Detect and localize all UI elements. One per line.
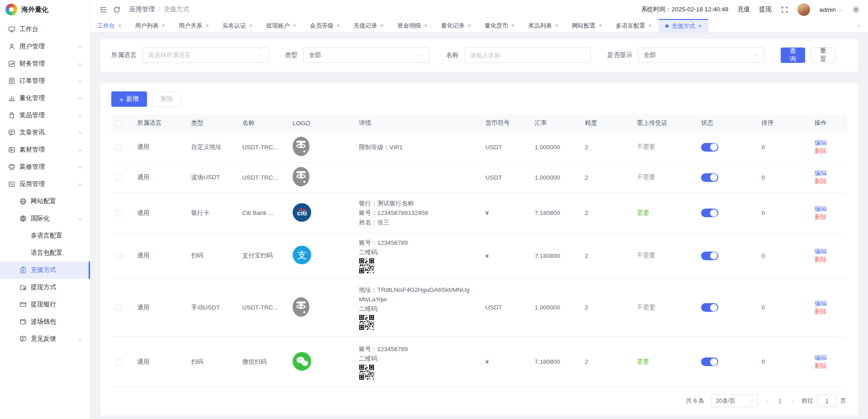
- type-select[interactable]: 全部: [303, 48, 430, 63]
- sidebar-item-finance[interactable]: 财务管理: [0, 55, 90, 72]
- delete-link[interactable]: 删除: [815, 148, 827, 154]
- status-toggle[interactable]: [701, 357, 718, 366]
- delete-link[interactable]: 删除: [815, 362, 827, 369]
- tab-close-icon[interactable]: ×: [205, 23, 209, 29]
- status-toggle[interactable]: [701, 143, 718, 152]
- row-checkbox[interactable]: [116, 305, 122, 311]
- sidebar-item-bank[interactable]: 提现银行: [0, 296, 90, 313]
- sidebar-item-article[interactable]: 文章资讯: [0, 124, 90, 141]
- sidebar-item-item-13[interactable]: 语言包配置: [0, 244, 90, 262]
- next-page-button[interactable]: ›: [791, 397, 795, 405]
- status-toggle[interactable]: [701, 252, 718, 260]
- status-toggle[interactable]: [701, 303, 718, 312]
- edit-link[interactable]: 编辑: [815, 139, 827, 146]
- sidebar-item-user[interactable]: 用户管理: [0, 38, 90, 55]
- tab-list-dropdown[interactable]: [850, 19, 868, 32]
- recharge-link[interactable]: 充值: [737, 5, 750, 14]
- tab-close-icon[interactable]: ×: [337, 23, 340, 29]
- tab-close-icon[interactable]: ×: [249, 23, 253, 29]
- refresh-icon[interactable]: [113, 6, 121, 14]
- goto-page-input[interactable]: [817, 395, 837, 407]
- tab-close-icon[interactable]: ×: [599, 23, 602, 29]
- fullscreen-icon[interactable]: [781, 6, 788, 14]
- sidebar-item-quant[interactable]: 量化管理: [0, 90, 90, 107]
- visible-select[interactable]: 全部: [638, 48, 764, 63]
- page-number[interactable]: 1: [776, 398, 784, 405]
- tab-close-icon[interactable]: ×: [468, 23, 471, 29]
- tab-close-icon[interactable]: ×: [648, 23, 652, 29]
- page-size-select[interactable]: 20条/页: [711, 395, 758, 407]
- sidebar-item-order[interactable]: 订单管理: [0, 72, 90, 90]
- row-checkbox[interactable]: [116, 144, 122, 151]
- gear-icon[interactable]: [852, 6, 860, 14]
- reset-button[interactable]: 重置: [811, 48, 835, 63]
- tab-多语言配置[interactable]: 多语言配置×: [609, 19, 659, 32]
- row-checkbox[interactable]: [116, 253, 122, 259]
- sidebar-item-decor[interactable]: 装修管理: [0, 158, 90, 176]
- sidebar-item-withdraw[interactable]: 提现方式: [0, 279, 90, 296]
- row-checkbox[interactable]: [116, 210, 122, 216]
- sidebar-item-asset[interactable]: 素材管理: [0, 141, 90, 158]
- tab-网站配置[interactable]: 网站配置×: [565, 19, 609, 32]
- sidebar-item-globe[interactable]: 网站配置: [0, 193, 90, 210]
- sidebar-item-monitor[interactable]: 工作台: [0, 21, 90, 38]
- search-button[interactable]: 查询: [781, 48, 805, 63]
- tab-close-icon[interactable]: ×: [511, 23, 515, 29]
- edit-link[interactable]: 编辑: [815, 354, 827, 361]
- breadcrumb-item[interactable]: 应用管理: [129, 5, 155, 14]
- withdraw-link[interactable]: 提现: [759, 5, 772, 14]
- name-input[interactable]: [464, 48, 591, 63]
- tab-资金明细[interactable]: 资金明细×: [390, 19, 434, 32]
- tab-充值方式[interactable]: 充值方式×: [659, 19, 709, 32]
- tab-量化记录[interactable]: 量化记录×: [434, 19, 478, 32]
- tab-会员等级[interactable]: 会员等级×: [303, 19, 347, 32]
- tab-提现账户[interactable]: 提现账户×: [259, 19, 303, 32]
- tab-实名认证[interactable]: 实名认证×: [216, 19, 260, 32]
- tab-close-icon[interactable]: ×: [380, 23, 384, 29]
- sidebar-item-intl[interactable]: 国际化: [0, 210, 90, 227]
- tab-close-icon[interactable]: ×: [555, 23, 559, 29]
- tab-close-icon[interactable]: ×: [293, 23, 296, 29]
- prev-page-button[interactable]: ‹: [765, 397, 769, 405]
- sidebar-item-item-12[interactable]: 多语言配置: [0, 227, 90, 244]
- tab-close-icon[interactable]: ×: [698, 23, 702, 29]
- user-menu[interactable]: admin: [819, 6, 843, 13]
- cell-details: 地址：TRdtLNisF4G2HguGA6SktrMNUgMtvLaYqw二维码…: [359, 285, 474, 330]
- edit-link[interactable]: 编辑: [815, 248, 827, 255]
- row-checkbox[interactable]: [116, 175, 122, 181]
- edit-link[interactable]: 编辑: [815, 170, 827, 176]
- status-toggle[interactable]: [701, 209, 718, 217]
- sidebar-item-wallet[interactable]: 波场钱包: [0, 313, 90, 330]
- tab-量化货币[interactable]: 量化货币×: [478, 19, 522, 32]
- delete-link[interactable]: 删除: [815, 308, 827, 315]
- tab-close-icon[interactable]: ×: [162, 23, 166, 29]
- tab-close-icon[interactable]: ×: [118, 23, 122, 29]
- sidebar-item-feedback[interactable]: 意见反馈: [0, 330, 90, 348]
- sidebar-item-recharge[interactable]: 充值方式: [0, 262, 90, 279]
- status-toggle[interactable]: [701, 173, 718, 182]
- tab-用户关系[interactable]: 用户关系×: [172, 19, 216, 32]
- row-checkbox[interactable]: [116, 359, 122, 365]
- tab-close-icon[interactable]: ×: [424, 23, 427, 29]
- add-button[interactable]: +新增: [111, 91, 147, 107]
- delete-button[interactable]: 删除: [152, 91, 181, 107]
- filter-name-label: 名称: [446, 51, 459, 59]
- delete-link[interactable]: 删除: [815, 214, 827, 220]
- delete-link[interactable]: 删除: [815, 256, 827, 263]
- language-select[interactable]: 请选择所属语言: [142, 48, 269, 63]
- sidebar-item-prize[interactable]: 奖品管理: [0, 107, 90, 124]
- menu-fold-icon[interactable]: [100, 6, 107, 14]
- avatar[interactable]: [797, 3, 810, 16]
- tab-工作台[interactable]: 工作台×: [90, 19, 128, 32]
- tab-充值记录[interactable]: 充值记录×: [347, 19, 391, 32]
- sidebar-item-app[interactable]: 应用管理: [0, 176, 90, 193]
- delete-link[interactable]: 删除: [815, 178, 827, 185]
- chevron-down-icon: [77, 44, 83, 49]
- tabbar: 工作台×用户列表×用户关系×实名认证×提现账户×会员等级×充值记录×资金明细×量…: [90, 19, 868, 33]
- edit-link[interactable]: 编辑: [815, 300, 827, 307]
- tab-用户列表[interactable]: 用户列表×: [128, 19, 172, 32]
- brand[interactable]: 海外量化: [0, 0, 90, 19]
- tab-奖品列表[interactable]: 奖品列表×: [522, 19, 565, 32]
- select-all-checkbox[interactable]: [116, 120, 122, 127]
- edit-link[interactable]: 编辑: [815, 205, 827, 212]
